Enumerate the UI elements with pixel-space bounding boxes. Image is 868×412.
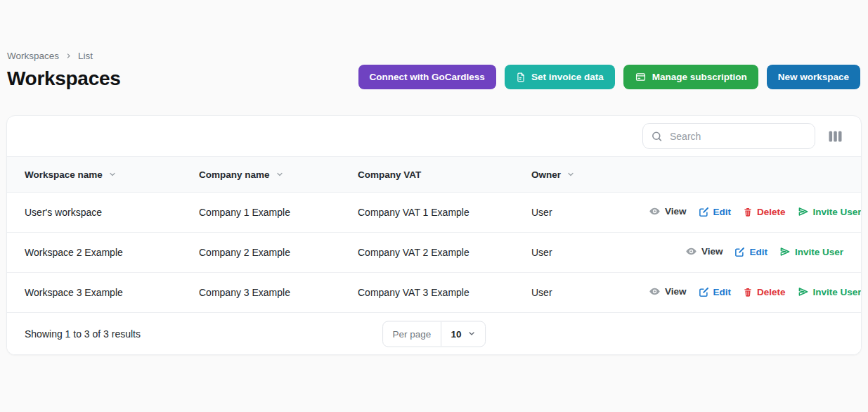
send-icon bbox=[798, 286, 809, 297]
table-footer: Showing 1 to 3 of 3 results Per page 10 bbox=[7, 313, 861, 354]
table-toolbar bbox=[7, 116, 861, 156]
pencil-square-icon bbox=[699, 287, 709, 297]
view-action-label: View bbox=[665, 286, 687, 297]
breadcrumb-item-workspaces[interactable]: Workspaces bbox=[7, 51, 59, 61]
company-name-cell: Company 3 Example bbox=[181, 273, 340, 313]
column-label: Owner bbox=[531, 169, 561, 180]
column-header-workspace-name[interactable]: Workspace name bbox=[7, 157, 181, 193]
view-action-link[interactable]: View bbox=[685, 245, 723, 257]
invite-action-link[interactable]: Invite User bbox=[779, 246, 843, 257]
column-label: Company name bbox=[199, 169, 270, 180]
set-invoice-data-button[interactable]: Set invoice data bbox=[505, 65, 615, 89]
eye-icon bbox=[649, 205, 661, 217]
column-header-actions bbox=[619, 157, 861, 193]
view-action-label: View bbox=[665, 206, 687, 217]
owner-cell: User bbox=[514, 233, 619, 273]
invite-action-label: Invite User bbox=[795, 247, 843, 257]
workspaces-table-card: Workspace name Company name Company VAT … bbox=[6, 115, 862, 355]
credit-card-icon bbox=[635, 72, 647, 82]
per-page-control: Per page 10 bbox=[382, 321, 486, 347]
company-name-cell: Company 1 Example bbox=[181, 193, 340, 233]
company-name-cell: Company 2 Example bbox=[181, 233, 340, 273]
table-row: Workspace 3 ExampleCompany 3 ExampleComp… bbox=[7, 273, 861, 313]
invite-action-label: Invite User bbox=[813, 287, 862, 297]
header-action-buttons: Connect with GoCardless Set invoice data… bbox=[358, 65, 860, 90]
edit-action-label: Edit bbox=[713, 287, 732, 297]
owner-cell: User bbox=[514, 193, 619, 233]
delete-action-label: Delete bbox=[757, 287, 786, 297]
results-summary: Showing 1 to 3 of 3 results bbox=[25, 328, 141, 340]
breadcrumb: Workspaces List bbox=[7, 51, 120, 61]
pencil-square-icon bbox=[734, 247, 745, 257]
eye-icon bbox=[685, 245, 697, 257]
set-invoice-data-label: Set invoice data bbox=[531, 72, 604, 82]
column-header-company-name[interactable]: Company name bbox=[181, 157, 340, 193]
workspace-name-cell: Workspace 2 Example bbox=[7, 233, 181, 273]
invite-action-link[interactable]: Invite User bbox=[798, 206, 862, 217]
view-action-link[interactable]: View bbox=[649, 205, 687, 217]
column-header-company-vat: Company VAT bbox=[340, 157, 514, 193]
table-header: Workspace name Company name Company VAT … bbox=[7, 157, 861, 193]
company-vat-cell: Company VAT 2 Example bbox=[340, 233, 514, 273]
edit-action-label: Edit bbox=[749, 247, 767, 257]
chevron-down-icon bbox=[276, 170, 284, 179]
toggle-columns-button[interactable] bbox=[827, 129, 843, 143]
company-vat-cell: Company VAT 3 Example bbox=[340, 273, 514, 313]
per-page-select[interactable]: 10 bbox=[441, 321, 485, 346]
column-label: Workspace name bbox=[25, 169, 103, 180]
edit-action-link[interactable]: Edit bbox=[734, 247, 767, 257]
per-page-value: 10 bbox=[451, 328, 461, 339]
chevron-down-icon bbox=[467, 330, 476, 338]
new-workspace-button[interactable]: New workspace bbox=[767, 65, 860, 89]
trash-icon bbox=[743, 287, 753, 297]
workspace-name-cell: User's workspace bbox=[7, 193, 181, 233]
delete-action-link[interactable]: Delete bbox=[743, 207, 786, 217]
manage-subscription-label: Manage subscription bbox=[652, 72, 747, 82]
per-page-label: Per page bbox=[383, 321, 442, 346]
delete-action-label: Delete bbox=[757, 207, 786, 217]
page-title: Workspaces bbox=[7, 67, 120, 90]
search-field-wrapper bbox=[642, 123, 815, 149]
column-label: Company VAT bbox=[358, 169, 421, 180]
edit-action-link[interactable]: Edit bbox=[699, 207, 732, 217]
table-row: Workspace 2 ExampleCompany 2 ExampleComp… bbox=[7, 233, 861, 273]
chevron-down-icon bbox=[566, 170, 575, 179]
columns-icon bbox=[829, 131, 842, 142]
connect-gocardless-label: Connect with GoCardless bbox=[370, 72, 485, 82]
new-workspace-label: New workspace bbox=[778, 72, 849, 82]
send-icon bbox=[798, 206, 809, 217]
row-actions-cell: ViewEditDeleteInvite User bbox=[619, 273, 861, 313]
view-action-link[interactable]: View bbox=[649, 285, 687, 297]
search-input[interactable] bbox=[642, 123, 815, 149]
connect-gocardless-button[interactable]: Connect with GoCardless bbox=[358, 65, 496, 89]
workspaces-page: Workspaces List Workspaces Connect with … bbox=[0, 0, 868, 412]
breadcrumb-item-list: List bbox=[78, 51, 93, 61]
edit-action-label: Edit bbox=[713, 207, 732, 217]
manage-subscription-button[interactable]: Manage subscription bbox=[623, 65, 758, 89]
invite-action-label: Invite User bbox=[813, 207, 862, 217]
row-actions-cell: ViewEditInvite User bbox=[619, 233, 861, 273]
chevron-right-icon bbox=[65, 53, 72, 59]
header-left: Workspaces List Workspaces bbox=[7, 51, 120, 90]
company-vat-cell: Company VAT 1 Example bbox=[340, 193, 514, 233]
row-actions-cell: ViewEditDeleteInvite User bbox=[619, 193, 861, 233]
edit-action-link[interactable]: Edit bbox=[699, 287, 732, 297]
invite-action-link[interactable]: Invite User bbox=[798, 286, 862, 297]
file-icon bbox=[516, 72, 526, 83]
send-icon bbox=[779, 246, 791, 257]
chevron-down-icon bbox=[108, 170, 117, 179]
eye-icon bbox=[649, 285, 661, 297]
column-header-owner[interactable]: Owner bbox=[514, 157, 619, 193]
workspaces-table: Workspace name Company name Company VAT … bbox=[7, 156, 861, 313]
page-header: Workspaces List Workspaces Connect with … bbox=[0, 0, 868, 90]
delete-action-link[interactable]: Delete bbox=[743, 287, 786, 297]
search-icon bbox=[651, 130, 663, 142]
view-action-label: View bbox=[701, 246, 723, 257]
pencil-square-icon bbox=[699, 207, 709, 217]
workspace-name-cell: Workspace 3 Example bbox=[7, 273, 181, 313]
owner-cell: User bbox=[514, 273, 619, 313]
table-row: User's workspaceCompany 1 ExampleCompany… bbox=[7, 193, 861, 233]
table-body: User's workspaceCompany 1 ExampleCompany… bbox=[7, 193, 861, 313]
trash-icon bbox=[743, 207, 753, 217]
